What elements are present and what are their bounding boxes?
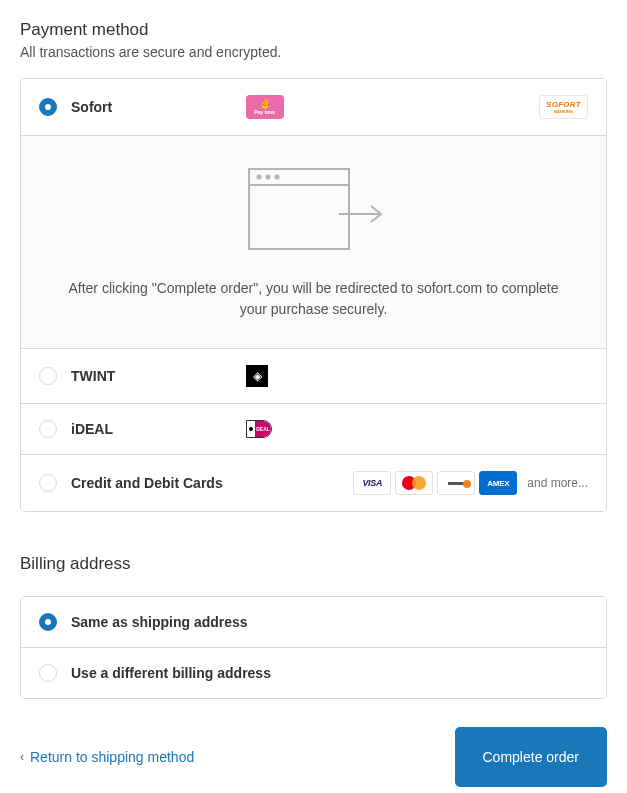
radio-twint[interactable] <box>39 367 57 385</box>
payment-option-label: Credit and Debit Cards <box>71 475 246 491</box>
radio-cards[interactable] <box>39 474 57 492</box>
svg-point-4 <box>274 175 279 180</box>
chevron-left-icon: ‹ <box>20 750 24 764</box>
return-link-text: Return to shipping method <box>30 749 194 765</box>
redirect-text: After clicking "Complete order", you wil… <box>61 278 566 320</box>
svg-point-3 <box>265 175 270 180</box>
payment-method-subtitle: All transactions are secure and encrypte… <box>20 44 607 60</box>
radio-ideal[interactable] <box>39 420 57 438</box>
svg-rect-1 <box>249 169 349 185</box>
svg-rect-0 <box>249 169 349 249</box>
payment-option-label: iDEAL <box>71 421 246 437</box>
payment-option-cards[interactable]: Credit and Debit Cards VISA AMEX and mor… <box>21 455 606 511</box>
payment-option-twint[interactable]: TWINT ◈ <box>21 349 606 404</box>
payment-method-title: Payment method <box>20 20 607 40</box>
radio-sofort[interactable] <box>39 98 57 116</box>
radio-billing-different[interactable] <box>39 664 57 682</box>
billing-option-label: Use a different billing address <box>71 665 271 681</box>
payment-option-ideal[interactable]: iDEAL DEAL <box>21 404 606 455</box>
pay-now-icon: ✌ Pay now. <box>246 95 284 119</box>
and-more-text: and more... <box>527 476 588 490</box>
billing-option-label: Same as shipping address <box>71 614 248 630</box>
discover-icon <box>437 471 475 495</box>
return-to-shipping-link[interactable]: ‹ Return to shipping method <box>20 749 194 765</box>
billing-option-different[interactable]: Use a different billing address <box>21 648 606 698</box>
payment-option-label: TWINT <box>71 368 246 384</box>
redirect-info-panel: After clicking "Complete order", you wil… <box>21 136 606 349</box>
mastercard-icon <box>395 471 433 495</box>
payment-option-sofort[interactable]: Sofort ✌ Pay now. SOFORT BANKING <box>21 79 606 136</box>
twint-icon: ◈ <box>246 365 268 387</box>
radio-billing-same[interactable] <box>39 613 57 631</box>
footer-actions: ‹ Return to shipping method Complete ord… <box>20 727 607 787</box>
payment-option-label: Sofort <box>71 99 246 115</box>
amex-icon: AMEX <box>479 471 517 495</box>
browser-redirect-icon <box>239 164 389 258</box>
billing-option-same[interactable]: Same as shipping address <box>21 597 606 648</box>
payment-options-panel: Sofort ✌ Pay now. SOFORT BANKING <box>20 78 607 512</box>
svg-point-2 <box>256 175 261 180</box>
sofort-logo-icon: SOFORT BANKING <box>539 95 588 119</box>
billing-options-panel: Same as shipping address Use a different… <box>20 596 607 699</box>
complete-order-button[interactable]: Complete order <box>455 727 608 787</box>
billing-address-title: Billing address <box>20 554 607 574</box>
visa-icon: VISA <box>353 471 391 495</box>
ideal-icon: DEAL <box>246 420 272 438</box>
